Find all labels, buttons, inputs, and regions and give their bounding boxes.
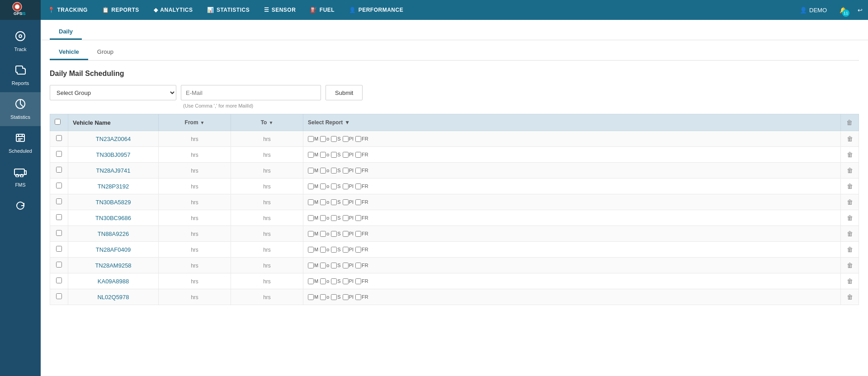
row-checkbox[interactable] (56, 214, 62, 220)
check-label-PI[interactable]: PI (343, 152, 354, 158)
delete-row-button[interactable]: 🗑 (846, 134, 854, 143)
sidebar-item-reports[interactable]: Reports (0, 58, 41, 92)
delete-row-button[interactable]: 🗑 (846, 292, 854, 301)
delete-row-button[interactable]: 🗑 (846, 277, 854, 286)
sidebar-item-statistics[interactable]: Statistics (0, 92, 41, 126)
check-label-M[interactable]: M (308, 247, 318, 253)
delete-row-button[interactable]: 🗑 (846, 261, 854, 270)
checkbox-FR[interactable] (355, 183, 361, 189)
check-label-o[interactable]: o (320, 215, 329, 221)
check-label-o[interactable]: o (320, 152, 329, 158)
check-label-M[interactable]: M (308, 199, 318, 205)
nav-analytics[interactable]: ◆ ANALYTICS (146, 0, 200, 20)
check-label-o[interactable]: o (320, 183, 329, 189)
checkbox-S[interactable] (331, 199, 337, 205)
check-label-FR[interactable]: FR (355, 278, 368, 284)
row-checkbox[interactable] (56, 151, 62, 157)
row-checkbox[interactable] (56, 183, 62, 188)
delete-row-button[interactable]: 🗑 (846, 213, 854, 222)
check-label-M[interactable]: M (308, 168, 318, 174)
checkbox-o[interactable] (320, 247, 326, 253)
checkbox-FR[interactable] (355, 152, 361, 158)
checkbox-o[interactable] (320, 263, 326, 268)
checkbox-o[interactable] (320, 278, 326, 284)
check-label-o[interactable]: o (320, 168, 329, 174)
submit-button[interactable]: Submit (326, 85, 363, 100)
nav-sensor[interactable]: ☰ SENSOR (257, 0, 303, 20)
checkbox-PI[interactable] (343, 168, 349, 174)
checkbox-S[interactable] (331, 168, 337, 174)
report-header[interactable]: Select Report ▼ (308, 119, 836, 126)
checkbox-FR[interactable] (355, 247, 361, 253)
delete-row-button[interactable]: 🗑 (846, 150, 854, 159)
check-label-PI[interactable]: PI (343, 168, 354, 174)
check-label-PI[interactable]: PI (343, 294, 354, 300)
check-label-o[interactable]: o (320, 294, 329, 300)
row-checkbox[interactable] (56, 135, 62, 141)
checkbox-S[interactable] (331, 247, 337, 253)
checkbox-PI[interactable] (343, 183, 349, 189)
check-label-M[interactable]: M (308, 278, 318, 284)
delete-row-button[interactable]: 🗑 (846, 245, 854, 254)
checkbox-FR[interactable] (355, 168, 361, 174)
checkbox-FR[interactable] (355, 263, 361, 268)
check-label-FR[interactable]: FR (355, 294, 368, 300)
nav-bell[interactable]: 🔔 11 (834, 7, 852, 14)
checkbox-FR[interactable] (355, 294, 361, 300)
checkbox-PI[interactable] (343, 199, 349, 205)
checkbox-S[interactable] (331, 152, 337, 158)
checkbox-S[interactable] (331, 278, 337, 284)
check-label-FR[interactable]: FR (355, 199, 368, 205)
row-checkbox[interactable] (56, 198, 62, 204)
checkbox-PI[interactable] (343, 152, 349, 158)
sidebar-item-fms[interactable]: FMS (0, 160, 41, 194)
check-label-S[interactable]: S (331, 168, 340, 174)
check-label-o[interactable]: o (320, 231, 329, 237)
checkbox-o[interactable] (320, 231, 326, 237)
sidebar-item-refresh[interactable] (0, 194, 41, 220)
checkbox-M[interactable] (308, 247, 314, 253)
delete-row-button[interactable]: 🗑 (846, 182, 854, 191)
check-label-M[interactable]: M (308, 136, 318, 142)
check-label-S[interactable]: S (331, 247, 340, 253)
group-select[interactable]: Select Group (50, 85, 176, 100)
check-label-FR[interactable]: FR (355, 231, 368, 237)
checkbox-o[interactable] (320, 294, 326, 300)
checkbox-PI[interactable] (343, 231, 349, 237)
checkbox-M[interactable] (308, 263, 314, 268)
checkbox-FR[interactable] (355, 215, 361, 221)
nav-tracking[interactable]: 📍 TRACKING (41, 0, 95, 20)
sidebar-item-track[interactable]: Track (0, 24, 41, 58)
check-label-o[interactable]: o (320, 247, 329, 253)
checkbox-o[interactable] (320, 168, 326, 174)
check-label-S[interactable]: S (331, 278, 340, 284)
delete-row-button[interactable]: 🗑 (846, 197, 854, 207)
checkbox-o[interactable] (320, 199, 326, 205)
check-label-PI[interactable]: PI (343, 183, 354, 189)
check-label-S[interactable]: S (331, 215, 340, 221)
checkbox-FR[interactable] (355, 231, 361, 237)
checkbox-o[interactable] (320, 152, 326, 158)
checkbox-S[interactable] (331, 215, 337, 221)
checkbox-FR[interactable] (355, 278, 361, 284)
check-label-S[interactable]: S (331, 183, 340, 189)
checkbox-M[interactable] (308, 231, 314, 237)
checkbox-M[interactable] (308, 278, 314, 284)
checkbox-S[interactable] (331, 231, 337, 237)
sub-tab-group[interactable]: Group (88, 45, 123, 60)
checkbox-o[interactable] (320, 183, 326, 189)
checkbox-PI[interactable] (343, 263, 349, 268)
check-label-M[interactable]: M (308, 231, 318, 237)
checkbox-o[interactable] (320, 215, 326, 221)
select-all-checkbox[interactable] (55, 119, 61, 125)
check-label-PI[interactable]: PI (343, 263, 354, 268)
checkbox-PI[interactable] (343, 278, 349, 284)
checkbox-S[interactable] (331, 294, 337, 300)
check-label-FR[interactable]: FR (355, 168, 368, 174)
checkbox-M[interactable] (308, 136, 314, 142)
check-label-PI[interactable]: PI (343, 199, 354, 205)
checkbox-M[interactable] (308, 199, 314, 205)
check-label-PI[interactable]: PI (343, 278, 354, 284)
check-label-FR[interactable]: FR (355, 136, 368, 142)
nav-fuel[interactable]: ⛽ FUEL (303, 0, 342, 20)
